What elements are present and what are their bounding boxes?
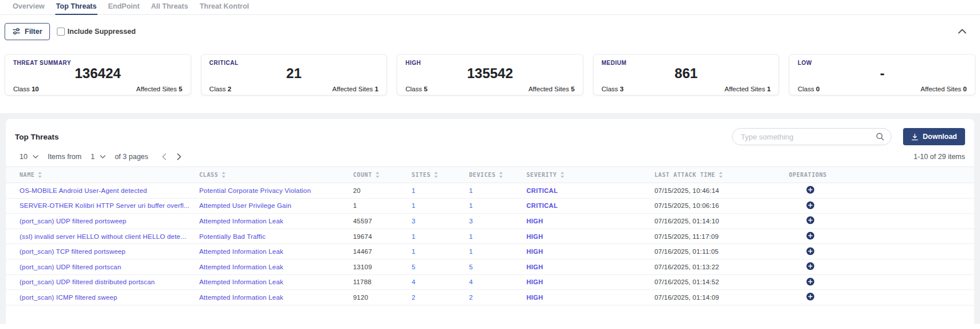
sort-icon[interactable]	[434, 172, 438, 178]
threat-name-link[interactable]: (port_scan) UDP filtered portsweep	[20, 218, 199, 225]
summary-card-affected-sites: Affected Sites 1	[332, 86, 378, 92]
column-header[interactable]: OPERATIONS	[789, 172, 974, 178]
table-row: (port_scan) UDP filtered distributed por…	[6, 275, 974, 291]
summary-card-affected-sites: Affected Sites 0	[921, 86, 967, 92]
sort-icon[interactable]	[222, 172, 226, 178]
threat-name-link[interactable]: (port_scan) UDP filtered distributed por…	[20, 278, 199, 285]
threat-sites-link[interactable]: 4	[412, 278, 469, 285]
sort-icon[interactable]	[375, 172, 379, 178]
add-operation-button[interactable]	[806, 247, 815, 256]
add-operation-button[interactable]	[806, 262, 815, 270]
add-operation-button[interactable]	[806, 231, 815, 240]
summary-card: THREAT SUMMARY 136424 Class 10 Affected …	[5, 54, 191, 95]
threat-name-link[interactable]: OS-MOBILE Android User-Agent detected	[20, 187, 199, 194]
table-body: OS-MOBILE Android User-Agent detected Po…	[6, 183, 974, 305]
operations-cell	[789, 185, 974, 195]
summary-card-class: Class 0	[797, 86, 819, 92]
add-operation-button[interactable]	[806, 201, 815, 210]
threat-severity[interactable]: HIGH	[526, 264, 654, 270]
plus-circle-icon	[806, 262, 815, 270]
threat-name-link[interactable]: (port_scan) UDP filtered portscan	[20, 264, 199, 270]
nav-tab[interactable]: EndPoint	[102, 0, 145, 14]
download-button[interactable]: Download	[903, 128, 965, 145]
threat-devices-link[interactable]: 1	[469, 187, 526, 194]
threat-count: 45597	[353, 218, 412, 225]
threat-devices-link[interactable]: 3	[469, 218, 526, 225]
threat-sites-link[interactable]: 1	[412, 233, 469, 240]
threat-name-link[interactable]: (port_scan) ICMP filtered sweep	[20, 294, 199, 301]
threat-sites-link[interactable]: 1	[412, 248, 469, 255]
operations-cell	[789, 216, 974, 226]
column-header[interactable]: SEVERITY	[526, 172, 654, 178]
threat-devices-link[interactable]: 1	[469, 233, 526, 240]
next-page-button[interactable]	[176, 152, 183, 161]
sort-icon[interactable]	[560, 172, 564, 178]
prev-page-button[interactable]	[161, 152, 168, 161]
plus-circle-icon	[806, 247, 815, 256]
threat-class-link[interactable]: Potential Corporate Privacy Violation	[199, 187, 353, 194]
include-suppressed-checkbox[interactable]	[57, 28, 65, 36]
threat-sites-link[interactable]: 5	[412, 264, 469, 270]
threat-class-link[interactable]: Attempted Information Leak	[199, 278, 353, 285]
threat-class-link[interactable]: Attempted Information Leak	[199, 248, 353, 255]
add-operation-button[interactable]	[806, 216, 815, 225]
plus-circle-icon	[806, 201, 815, 210]
threat-severity[interactable]: HIGH	[526, 278, 654, 285]
table-title: Top Threats	[15, 133, 59, 141]
column-header[interactable]: LAST ATTACK TIME	[654, 172, 789, 178]
column-header[interactable]: SITES	[412, 172, 469, 178]
threat-severity[interactable]: HIGH	[526, 294, 654, 301]
threat-class-link[interactable]: Attempted Information Leak	[199, 218, 353, 225]
plus-circle-icon	[806, 231, 815, 240]
threat-devices-link[interactable]: 5	[469, 264, 526, 270]
threat-sites-link[interactable]: 1	[412, 202, 469, 209]
nav-tab[interactable]: All Threats	[145, 0, 194, 14]
nav-tab[interactable]: Top Threats	[51, 0, 103, 14]
include-suppressed-control[interactable]: Include Suppressed	[57, 28, 136, 36]
filter-button[interactable]: Filter	[5, 23, 50, 40]
threat-severity[interactable]: CRITICAL	[526, 202, 654, 209]
add-operation-button[interactable]	[806, 292, 815, 301]
chevron-down-icon	[100, 155, 106, 158]
page-number-select[interactable]: 1	[91, 153, 106, 161]
threat-severity[interactable]: CRITICAL	[526, 187, 654, 194]
threat-count: 19674	[353, 233, 412, 240]
sort-icon[interactable]	[499, 172, 503, 178]
nav-tab[interactable]: Threat Kontrol	[194, 0, 255, 14]
threat-class-link[interactable]: Attempted Information Leak	[199, 264, 353, 270]
column-header[interactable]: NAME	[20, 172, 199, 178]
chevron-left-icon	[162, 153, 166, 160]
operations-cell	[789, 262, 974, 272]
threat-sites-link[interactable]: 3	[412, 218, 469, 225]
column-header[interactable]: DEVICES	[469, 172, 526, 178]
summary-card-value: 136424	[13, 66, 183, 81]
summary-card-affected-sites: Affected Sites 5	[528, 86, 574, 92]
column-header[interactable]: CLASS	[199, 172, 353, 178]
search-icon[interactable]	[876, 132, 885, 141]
add-operation-button[interactable]	[806, 277, 815, 286]
threat-sites-link[interactable]: 1	[412, 187, 469, 194]
threat-class-link[interactable]: Potentially Bad Traffic	[199, 233, 353, 240]
threat-name-link[interactable]: (ssl) invalid server HELLO without clien…	[20, 233, 199, 240]
page-size-select[interactable]: 10	[20, 153, 38, 161]
threat-severity[interactable]: HIGH	[526, 233, 654, 240]
threat-sites-link[interactable]: 2	[412, 294, 469, 301]
nav-tab[interactable]: Overview	[7, 0, 51, 14]
add-operation-button[interactable]	[806, 185, 815, 194]
threat-name-link[interactable]: SERVER-OTHER Kolibri HTTP Server uri buf…	[20, 202, 199, 209]
threat-devices-link[interactable]: 1	[469, 202, 526, 209]
threat-name-link[interactable]: (port_scan) TCP filtered portsweep	[20, 248, 199, 255]
sort-icon[interactable]	[719, 172, 723, 178]
threat-severity[interactable]: HIGH	[526, 218, 654, 225]
threat-class-link[interactable]: Attempted User Privilege Gain	[199, 202, 353, 209]
threat-devices-link[interactable]: 4	[469, 278, 526, 285]
sort-icon[interactable]	[38, 172, 42, 178]
search-input[interactable]	[732, 128, 892, 145]
threat-devices-link[interactable]: 2	[469, 294, 526, 301]
threat-devices-link[interactable]: 1	[469, 248, 526, 255]
column-header[interactable]: COUNT	[353, 172, 412, 178]
last-attack-time: 07/16/2025, 01:11:05	[654, 248, 789, 255]
threat-class-link[interactable]: Attempted Information Leak	[199, 294, 353, 301]
collapse-section-button[interactable]	[956, 26, 969, 36]
threat-severity[interactable]: HIGH	[526, 248, 654, 255]
